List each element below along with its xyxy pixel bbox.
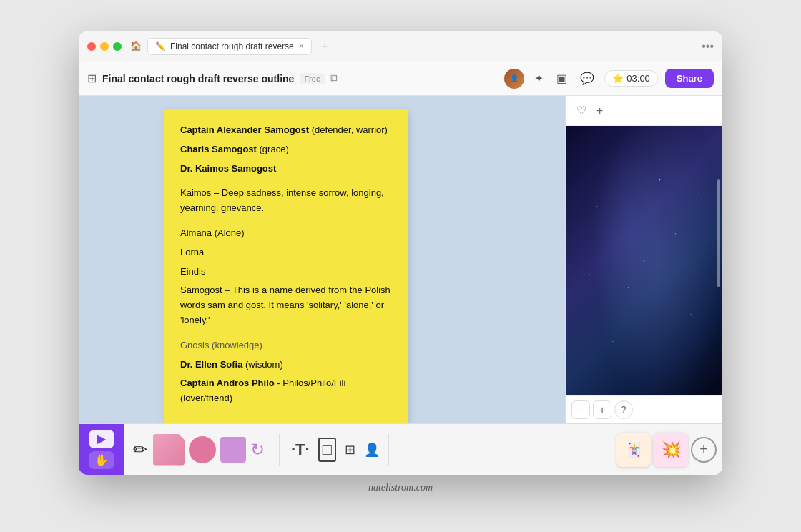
- table-icon[interactable]: ⊞: [345, 442, 355, 458]
- sticky-note[interactable]: Captain Alexander Samogost (defender, wa…: [164, 109, 408, 423]
- divider-2: [388, 434, 389, 466]
- purple-square-shape: [220, 437, 246, 463]
- traffic-lights: [87, 42, 122, 51]
- sticker-card-1[interactable]: 🃏: [616, 433, 651, 467]
- note-line3: Dr. Kaimos Samogost: [180, 162, 392, 177]
- panel-toolbar: ♡ +: [566, 96, 722, 126]
- note-para6: Gnosis (knowledge): [180, 338, 392, 353]
- zoom-controls: − + ?: [566, 395, 722, 423]
- window-menu-button[interactable]: •••: [702, 40, 714, 53]
- minimize-button[interactable]: [100, 42, 109, 51]
- add-sticker-button[interactable]: +: [691, 437, 717, 463]
- timer-star-icon: ⭐: [612, 73, 624, 84]
- kaimos-name: Dr. Kaimos Samogost: [180, 163, 276, 174]
- tab-label: Final contact rough draft reverse: [170, 41, 294, 51]
- person-icon[interactable]: 👤: [364, 442, 380, 458]
- footer: natelistrom.com: [361, 475, 440, 501]
- cursor-icon: ▶: [97, 432, 106, 445]
- note-para7: Dr. Ellen Sofia (wisdom): [180, 358, 392, 373]
- andros-name: Captain Andros Philo: [180, 378, 275, 388]
- toolbar-left: ⊞ Final contact rough draft reverse outl…: [87, 72, 498, 85]
- note-line2: Charis Samogost (grace): [180, 142, 392, 157]
- tab-pen-icon: ✏️: [155, 41, 166, 51]
- tab-close-icon[interactable]: ✕: [298, 42, 304, 50]
- selection-tools: ▶ ✋: [79, 424, 124, 475]
- free-badge: Free: [300, 73, 325, 84]
- timer-display: ⭐ 03:00: [604, 70, 658, 87]
- charis-desc: (grace): [257, 144, 289, 154]
- text-insert-icon[interactable]: ·T·: [291, 440, 310, 459]
- close-button[interactable]: [87, 42, 96, 51]
- hand-tool-button[interactable]: ✋: [89, 451, 114, 470]
- arrow-shape: ↻: [250, 440, 265, 460]
- captain-desc: (defender, warrior): [309, 124, 388, 135]
- zoom-out-button[interactable]: −: [571, 400, 590, 419]
- note-para1: Kaimos – Deep sadness, intense sorrow, l…: [180, 186, 392, 216]
- chat-icon[interactable]: 💬: [577, 69, 597, 88]
- cursor-tool-button[interactable]: ▶: [89, 430, 114, 448]
- zoom-help-button[interactable]: ?: [614, 400, 633, 419]
- panel-image: [566, 126, 722, 395]
- toolbar: ⊞ Final contact rough draft reverse outl…: [79, 61, 722, 96]
- footer-text: natelistrom.com: [368, 482, 433, 493]
- divider-1: [279, 434, 280, 466]
- pencil-icon[interactable]: ✏: [133, 440, 147, 460]
- note-para3: Lorna: [180, 245, 392, 260]
- window-doc-icon: 🏠: [130, 41, 142, 51]
- bottom-toolbar: ▶ ✋ ✏ ↻ ·T· □ ⊞ 👤 🃏 💥 +: [79, 423, 722, 475]
- new-tab-button[interactable]: +: [318, 39, 333, 54]
- note-para8: Captain Andros Philo - Philos/Philo/Fili…: [180, 376, 392, 406]
- drawing-tools: ✏ ↻: [124, 424, 273, 475]
- ai-icon[interactable]: ✦: [531, 69, 546, 88]
- toolbar-right: 👤 ✦ ▣ 💬 ⭐ 03:00 Share: [504, 69, 714, 89]
- heart-icon[interactable]: ♡: [574, 102, 589, 119]
- note-para4: Eindis: [180, 265, 392, 280]
- main-content: Captain Alexander Samogost (defender, wa…: [79, 96, 722, 423]
- title-bar: 🏠 ✏️ Final contact rough draft reverse ✕…: [79, 31, 722, 61]
- milky-way-overlay: [566, 126, 722, 395]
- captain-name: Captain Alexander Samogost: [180, 124, 309, 135]
- note-line1: Captain Alexander Samogost (defender, wa…: [180, 123, 392, 138]
- note-para2: Almana (Alone): [180, 226, 392, 241]
- main-window: 🏠 ✏️ Final contact rough draft reverse ✕…: [79, 31, 722, 475]
- ellen-name: Dr. Ellen Sofia: [180, 359, 242, 370]
- ellen-desc: (wisdom): [242, 359, 282, 370]
- charis-name: Charis Samogost: [180, 144, 257, 154]
- pink-fold-shape: [153, 434, 185, 466]
- gnosis-text: Gnosis (knowledge): [180, 340, 262, 350]
- right-panel: ♡ + − + ?: [565, 96, 722, 423]
- present-icon[interactable]: ▣: [554, 69, 570, 88]
- note-para5: Samogost – This is a name derived from t…: [180, 283, 392, 327]
- canvas-area[interactable]: Captain Alexander Samogost (defender, wa…: [79, 96, 565, 423]
- copy-icon[interactable]: ⧉: [330, 72, 338, 85]
- timer-value: 03:00: [626, 73, 650, 84]
- frame-icon[interactable]: □: [318, 438, 336, 462]
- pink-circle-shape: [189, 436, 216, 463]
- maximize-button[interactable]: [113, 42, 122, 51]
- hand-icon: ✋: [94, 453, 109, 467]
- document-title: Final contact rough draft reverse outlin…: [102, 73, 294, 84]
- active-tab[interactable]: ✏️ Final contact rough draft reverse ✕: [147, 38, 312, 55]
- share-button[interactable]: Share: [665, 69, 714, 88]
- panel-scrollbar[interactable]: [717, 179, 720, 287]
- zoom-in-button[interactable]: +: [593, 400, 611, 419]
- text-tools: ·T· □ ⊞ 👤: [285, 438, 385, 462]
- sticker-card-2[interactable]: 💥: [654, 433, 688, 467]
- avatar[interactable]: 👤: [504, 69, 524, 89]
- sticker-section: 🃏 💥 +: [392, 433, 722, 467]
- panel-add-icon[interactable]: +: [594, 102, 605, 119]
- tab-area: ✏️ Final contact rough draft reverse ✕ +: [147, 38, 702, 55]
- doc-icon: ⊞: [87, 72, 97, 85]
